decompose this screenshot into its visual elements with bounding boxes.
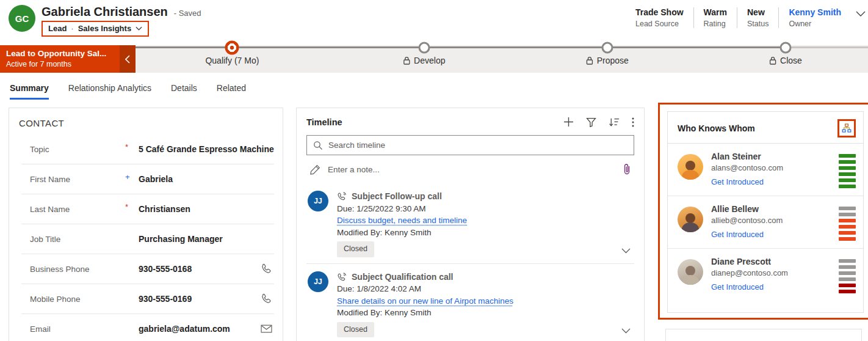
strength-bar (839, 284, 856, 287)
strength-bar (839, 178, 856, 182)
lock-icon (586, 56, 593, 65)
header-field-label: Owner (789, 20, 841, 28)
field-value[interactable]: 930-555-0169 (139, 294, 261, 304)
entry-due: Due: 1/8/2022 4:02 AM (337, 283, 513, 295)
add-icon[interactable] (563, 117, 574, 127)
phone-call-icon (337, 272, 347, 282)
process-track-light (786, 46, 868, 48)
get-introduced-link[interactable]: Get Introduced (711, 230, 831, 239)
person-name: Alan Steiner (711, 152, 831, 161)
person-email: alans@contoso.com (711, 163, 831, 172)
connection-strength-indicator (839, 154, 856, 188)
contact-field-row: Business Phone 930-555-0168 (21, 254, 274, 284)
contact-field-row: Mobile Phone 930-555-0169 (21, 284, 274, 314)
entry-modified-by: Modified By: Kenny Smith (337, 227, 467, 239)
entry-description-link[interactable]: Share details on our new line of Airpot … (337, 295, 513, 307)
required-mark: + (125, 172, 139, 182)
person-email: allieb@contoso.com (711, 216, 831, 225)
header-field: Kenny Smith Owner (779, 7, 851, 28)
field-label: First Name (21, 175, 125, 184)
get-introduced-link[interactable]: Get Introduced (711, 177, 831, 186)
form-tab[interactable]: Details (171, 79, 197, 100)
chevron-left-icon (125, 55, 130, 64)
strength-bar (839, 166, 856, 170)
header-field: New Status (737, 7, 779, 28)
chevron-down-icon (856, 11, 866, 17)
timeline-search-box (306, 135, 634, 155)
collapse-header-button[interactable] (856, 11, 866, 17)
process-banner[interactable]: Lead to Opportunity Sal... Active for 7 … (0, 45, 120, 73)
filter-icon[interactable] (586, 117, 596, 127)
phone-icon[interactable] (261, 263, 273, 274)
header-field-value[interactable]: Trade Show (635, 7, 684, 17)
note-entry-row (306, 155, 634, 183)
header-fields: Trade Show Lead Source Warm Rating New S… (626, 7, 851, 28)
header-field: Warm Rating (694, 7, 737, 28)
timeline-search-input[interactable] (328, 141, 627, 150)
attach-icon[interactable] (623, 163, 631, 175)
expand-entry-button[interactable] (621, 248, 631, 254)
record-header: GC Gabriela Christiansen - Saved Lead · … (0, 0, 868, 39)
timeline-entry: JJ Subject Follow-up call Due: 1/25/2022… (306, 183, 634, 264)
form-tab[interactable]: Summary (10, 79, 49, 100)
required-mark: * (125, 142, 139, 152)
strength-bar (839, 290, 856, 293)
person-name: Diane Prescott (711, 257, 831, 266)
chevron-down-icon (621, 328, 631, 334)
field-label: Mobile Phone (21, 295, 125, 304)
header-field-value[interactable]: Kenny Smith (789, 7, 841, 17)
person-avatar (678, 207, 703, 232)
email-icon[interactable] (261, 324, 273, 334)
strength-bar (839, 185, 856, 188)
form-tab[interactable]: Relationship Analytics (68, 79, 151, 100)
lock-icon (403, 56, 410, 65)
header-field-value[interactable]: New (747, 7, 769, 17)
note-input[interactable] (328, 165, 616, 174)
contact-section-title: CONTACT (9, 108, 283, 134)
contact-field-row: Email gabriela@adatum.com (21, 314, 274, 341)
record-type-label: Lead (48, 24, 67, 33)
lock-icon (769, 56, 776, 65)
stage-label: Develop (414, 56, 445, 65)
strength-bar (839, 265, 856, 269)
entry-subject[interactable]: Subject Follow-up call (352, 191, 442, 203)
field-value[interactable]: Purchasing Manager (139, 234, 274, 244)
field-value[interactable]: Christiansen (139, 204, 274, 214)
form-tab[interactable]: Related (217, 79, 246, 100)
process-collapse-button[interactable] (120, 45, 136, 73)
strength-bar (839, 237, 856, 241)
lead-form-page: GC Gabriela Christiansen - Saved Lead · … (0, 0, 868, 341)
chevron-down-icon (136, 26, 142, 31)
chevron-down-icon (621, 248, 631, 254)
sort-icon[interactable] (609, 117, 620, 127)
phone-call-icon (337, 191, 347, 202)
field-label: Last Name (21, 205, 125, 214)
get-introduced-link[interactable]: Get Introduced (711, 282, 831, 292)
who-knows-whom-list: Alan Steiner alans@contoso.com Get Intro… (668, 144, 863, 301)
form-tabs: Summary Relationship Analytics Details R… (10, 79, 246, 100)
timeline-entry: JJ Subject Qualification call Due: 1/8/2… (306, 264, 634, 341)
field-label: Topic (21, 145, 125, 154)
entry-subject[interactable]: Subject Qualification call (352, 271, 453, 284)
field-value[interactable]: Gabriela (139, 174, 274, 184)
field-value[interactable]: gabriela@adatum.com (139, 324, 261, 334)
phone-icon[interactable] (261, 293, 273, 304)
expand-entry-button[interactable] (621, 328, 631, 334)
field-value[interactable]: 5 Café Grande Espresso Machines ... (139, 144, 274, 154)
header-field-label: Lead Source (635, 20, 684, 28)
process-name: Lead to Opportunity Sal... (6, 48, 114, 59)
contact-fields: Topic * 5 Café Grande Espresso Machines … (9, 134, 283, 341)
org-chart-icon[interactable] (837, 119, 856, 138)
process-stage-rail: Qualify (7 Mo) Develop (136, 45, 868, 73)
field-label: Job Title (21, 235, 125, 244)
entry-description-link[interactable]: Discuss budget, needs and timeline (337, 215, 467, 227)
form-selector[interactable]: Lead · Sales Insights (42, 21, 149, 37)
more-vertical-icon[interactable] (632, 117, 634, 127)
person-avatar (678, 259, 703, 285)
strength-bar (839, 271, 856, 275)
stage-label: Close (780, 56, 802, 65)
strength-bar (839, 259, 856, 263)
header-field-value[interactable]: Warm (704, 7, 727, 17)
entry-avatar: JJ (308, 271, 328, 292)
field-value[interactable]: 930-555-0168 (139, 264, 261, 274)
